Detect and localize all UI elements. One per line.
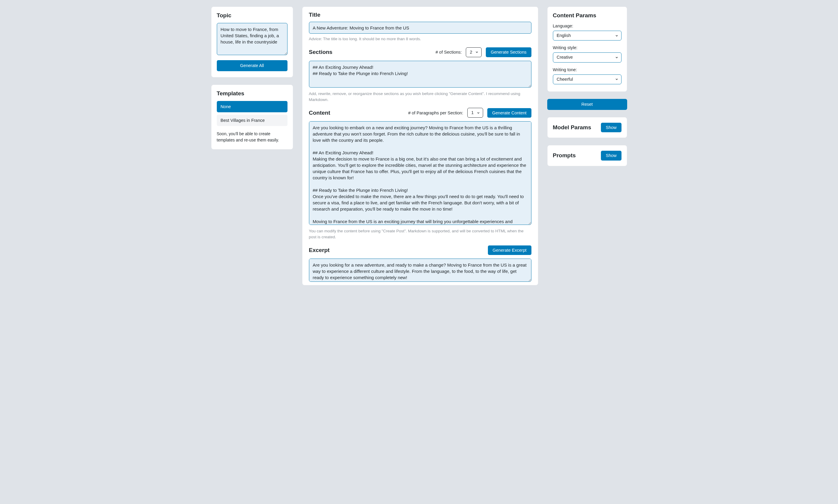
- content-note: You can modify the content before using …: [309, 228, 531, 240]
- templates-card: Templates None Best Villages in France S…: [211, 85, 293, 149]
- sections-note: Add, rewrite, remove, or reorganize thos…: [309, 91, 531, 103]
- sections-textarea[interactable]: [309, 61, 531, 88]
- writing-style-label: Writing style:: [553, 45, 621, 50]
- title-advice: Advice: The title is too long. It should…: [309, 36, 531, 42]
- generate-excerpt-button[interactable]: Generate Excerpt: [488, 246, 531, 255]
- excerpt-textarea[interactable]: [309, 258, 531, 282]
- left-column: Topic Generate All Templates None Best V…: [211, 6, 293, 285]
- content-heading: Content: [309, 110, 330, 116]
- sections-count-select[interactable]: 2: [466, 47, 482, 57]
- generate-all-button[interactable]: Generate All: [217, 60, 288, 71]
- content-section: Content # of Paragraphs per Section: 1 G…: [309, 108, 531, 240]
- language-select[interactable]: English: [553, 31, 621, 40]
- sections-section: Sections # of Sections: 2 Generate Secti…: [309, 47, 531, 103]
- excerpt-heading: Excerpt: [309, 247, 330, 253]
- content-params-card: Content Params Language: English Writing…: [547, 6, 627, 92]
- prompts-card: Prompts Show: [547, 145, 627, 166]
- sections-count-label: # of Sections:: [436, 50, 462, 55]
- title-input[interactable]: [309, 22, 531, 34]
- right-column: Content Params Language: English Writing…: [547, 6, 627, 285]
- template-item-none[interactable]: None: [217, 101, 288, 112]
- generate-content-button[interactable]: Generate Content: [487, 108, 531, 118]
- content-paragraphs-label: # of Paragraphs per Section:: [408, 110, 463, 115]
- prompts-heading: Prompts: [553, 152, 576, 159]
- template-item-villages[interactable]: Best Villages in France: [217, 115, 288, 126]
- content-textarea[interactable]: [309, 121, 531, 225]
- writing-tone-label: Writing tone:: [553, 67, 621, 72]
- templates-note: Soon, you'll be able to create templates…: [217, 131, 288, 143]
- reset-button[interactable]: Reset: [547, 99, 627, 110]
- excerpt-section: Excerpt Generate Excerpt: [309, 246, 531, 283]
- topic-heading: Topic: [217, 12, 288, 19]
- topic-card: Topic Generate All: [211, 6, 293, 77]
- templates-heading: Templates: [217, 90, 288, 97]
- content-params-heading: Content Params: [553, 12, 621, 19]
- prompts-show-button[interactable]: Show: [601, 151, 621, 161]
- topic-textarea[interactable]: [217, 23, 288, 55]
- templates-list: None Best Villages in France: [217, 101, 288, 126]
- sections-heading: Sections: [309, 49, 332, 55]
- model-params-heading: Model Params: [553, 124, 592, 131]
- generate-sections-button[interactable]: Generate Sections: [486, 47, 531, 57]
- center-column: Title Advice: The title is too long. It …: [302, 6, 538, 285]
- title-section: Title Advice: The title is too long. It …: [309, 12, 531, 42]
- content-paragraphs-select[interactable]: 1: [467, 108, 483, 118]
- title-heading: Title: [309, 12, 531, 18]
- main-card: Title Advice: The title is too long. It …: [302, 6, 538, 285]
- model-params-show-button[interactable]: Show: [601, 123, 621, 132]
- language-label: Language:: [553, 23, 621, 28]
- writing-tone-select[interactable]: Cheerful: [553, 74, 621, 84]
- writing-style-select[interactable]: Creative: [553, 52, 621, 62]
- model-params-card: Model Params Show: [547, 117, 627, 138]
